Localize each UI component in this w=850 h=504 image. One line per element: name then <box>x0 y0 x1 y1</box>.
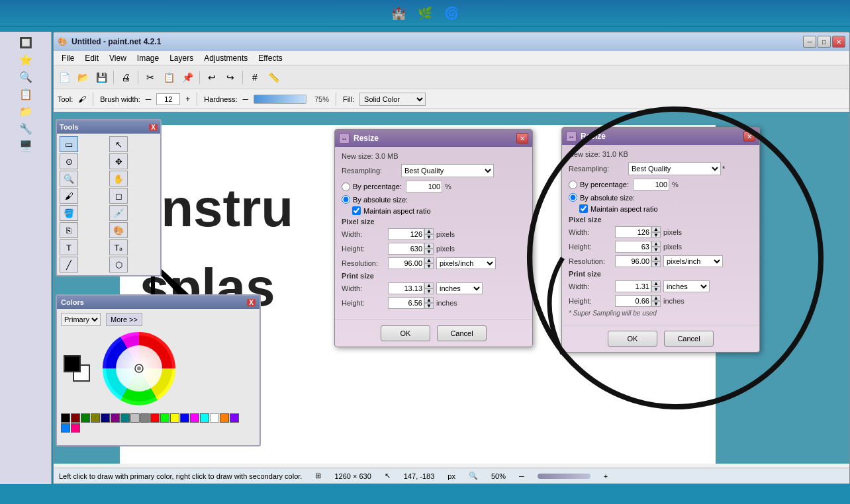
primary-select[interactable]: Primary <box>61 313 101 326</box>
new-button[interactable]: 📄 <box>56 69 72 85</box>
swatch-0[interactable] <box>61 413 70 423</box>
open-button[interactable]: 📂 <box>75 69 91 85</box>
swatch-1[interactable] <box>71 413 80 423</box>
dialog1-print-height-down[interactable]: ▼ <box>424 303 434 309</box>
maximize-button[interactable]: □ <box>818 36 831 48</box>
undo-button[interactable]: ↩ <box>204 69 220 85</box>
dialog1-close[interactable]: ✕ <box>516 133 528 144</box>
swatch-3[interactable] <box>91 413 100 423</box>
dialog2-radio-absolute-input[interactable] <box>569 193 577 202</box>
swatch-7[interactable] <box>130 413 140 423</box>
taskbar-icon-3[interactable]: 🌀 <box>441 3 462 24</box>
swatch-5[interactable] <box>111 413 120 423</box>
dialog2-print-width-unit-select[interactable]: inches <box>663 280 710 292</box>
paste-button[interactable]: 📌 <box>179 69 195 85</box>
dialog1-resolution-input[interactable] <box>388 257 424 269</box>
dialog1-print-width-input[interactable] <box>388 282 424 294</box>
copy-button[interactable]: 📋 <box>161 69 177 85</box>
dialog2-cancel-button[interactable]: Cancel <box>664 331 714 347</box>
color-panel-close[interactable]: X <box>247 299 256 306</box>
swatch-14[interactable] <box>200 413 209 423</box>
dialog1-print-height-up[interactable]: ▲ <box>424 297 434 303</box>
hardness-bar[interactable] <box>254 95 307 104</box>
redo-button[interactable]: ↪ <box>222 69 238 85</box>
dialog2-resolution-up[interactable]: ▲ <box>651 255 661 261</box>
tool-line[interactable]: ╱ <box>60 257 78 273</box>
tool-fill[interactable]: 🪣 <box>60 205 78 221</box>
print-button[interactable]: 🖨 <box>118 69 134 85</box>
dialog2-print-height-up[interactable]: ▲ <box>651 295 661 301</box>
dialog1-percentage-value[interactable] <box>406 181 442 192</box>
ruler-button[interactable]: 📏 <box>265 69 281 85</box>
sidebar-icon-5[interactable]: 📁 <box>14 103 38 119</box>
dialog1-print-width-up[interactable]: ▲ <box>424 282 434 288</box>
menu-adjustments[interactable]: Adjustments <box>199 52 253 64</box>
dialog1-pixel-height-up[interactable]: ▲ <box>424 243 434 249</box>
swatch-18[interactable] <box>61 423 70 433</box>
dialog1-print-height-input[interactable] <box>388 297 424 309</box>
swatch-12[interactable] <box>180 413 189 423</box>
dialog2-radio-percentage-input[interactable] <box>569 181 577 189</box>
dialog2-pixel-height-input[interactable] <box>615 241 651 253</box>
swatch-2[interactable] <box>81 413 90 423</box>
dialog2-print-height-input[interactable] <box>615 295 651 307</box>
tool-aa-text[interactable]: Tₐ <box>109 239 128 255</box>
tools-panel-close[interactable]: X <box>149 124 158 131</box>
dialog2-resolution-unit-select[interactable]: pixels/inch <box>663 255 723 267</box>
dialog2-pixel-width-input[interactable] <box>615 226 651 238</box>
dialog1-resampling-select[interactable]: Best Quality <box>401 164 494 177</box>
tool-pan[interactable]: ✋ <box>109 171 128 187</box>
tool-lasso[interactable]: ⊙ <box>60 153 78 169</box>
color-primary[interactable] <box>64 355 81 372</box>
swatch-8[interactable] <box>140 413 150 423</box>
taskbar-icon-1[interactable]: 🏰 <box>388 3 409 24</box>
dialog2-resolution-input[interactable] <box>615 255 651 267</box>
tool-arrow[interactable]: ↖ <box>109 136 128 152</box>
dialog2-resolution-down[interactable]: ▼ <box>651 261 661 267</box>
swatch-16[interactable] <box>220 413 229 423</box>
menu-file[interactable]: File <box>56 52 79 64</box>
dialog1-pixel-width-input[interactable] <box>388 228 424 240</box>
dialog1-pixel-height-down[interactable]: ▼ <box>424 249 434 255</box>
menu-view[interactable]: View <box>104 52 132 64</box>
tool-clone[interactable]: ⎘ <box>60 222 78 238</box>
dialog2-print-width-down[interactable]: ▼ <box>651 286 661 292</box>
swatch-17[interactable] <box>230 413 239 423</box>
save-button[interactable]: 💾 <box>93 69 109 85</box>
minimize-button[interactable]: ─ <box>803 36 816 48</box>
status-zoom-in-icon[interactable]: + <box>604 472 608 480</box>
dialog1-radio-percentage-input[interactable] <box>342 183 350 191</box>
dialog1-resolution-up[interactable]: ▲ <box>424 257 434 263</box>
dialog1-pixel-width-down[interactable]: ▼ <box>424 234 434 240</box>
sidebar-icon-1[interactable]: 🔲 <box>14 34 38 50</box>
swatch-13[interactable] <box>190 413 199 423</box>
swatch-15[interactable] <box>210 413 219 423</box>
cut-button[interactable]: ✂ <box>142 69 158 85</box>
dialog1-pixel-width-up[interactable]: ▲ <box>424 228 434 234</box>
tool-move[interactable]: ✥ <box>109 153 128 169</box>
tool-rect-select[interactable]: ▭ <box>60 136 78 152</box>
tool-shapes[interactable]: ⬡ <box>109 257 128 273</box>
dialog2-close[interactable]: ✕ <box>743 131 755 142</box>
menu-layers[interactable]: Layers <box>164 52 199 64</box>
tool-color-pick[interactable]: 💉 <box>109 205 128 221</box>
dialog1-print-width-down[interactable]: ▼ <box>424 288 434 294</box>
dialog2-pixel-width-up[interactable]: ▲ <box>651 226 661 232</box>
sidebar-icon-2[interactable]: ⭐ <box>14 52 38 67</box>
close-button[interactable]: ✕ <box>832 36 845 48</box>
grid-button[interactable]: # <box>247 69 263 85</box>
swatch-6[interactable] <box>120 413 130 423</box>
dialog1-radio-absolute-input[interactable] <box>342 195 350 204</box>
swatch-9[interactable] <box>150 413 160 423</box>
more-button[interactable]: More >> <box>106 313 142 326</box>
sidebar-icon-3[interactable]: 🔍 <box>14 69 38 85</box>
color-wheel[interactable] <box>99 329 179 408</box>
dialog1-print-width-unit-select[interactable]: inches <box>436 282 483 294</box>
dialog2-pixel-height-up[interactable]: ▲ <box>651 241 661 247</box>
sidebar-icon-4[interactable]: 📋 <box>14 86 38 102</box>
menu-image[interactable]: Image <box>132 52 164 64</box>
dialog2-pixel-width-down[interactable]: ▼ <box>651 232 661 238</box>
dialog2-pixel-height-down[interactable]: ▼ <box>651 247 661 253</box>
dialog1-ok-button[interactable]: OK <box>381 325 430 341</box>
zoom-slider[interactable] <box>538 474 590 479</box>
